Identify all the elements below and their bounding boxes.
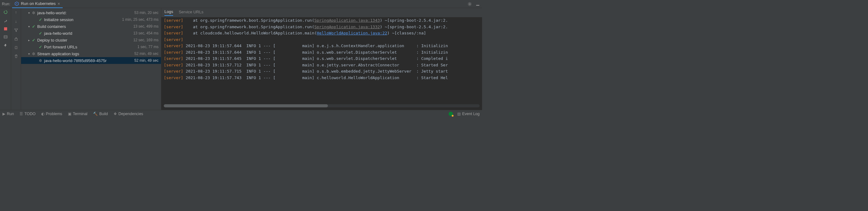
log-line: [server] 2021-08-23 19:11:57.743 INFO 1 … [164, 75, 479, 81]
chevron-icon[interactable]: ▾ [27, 52, 31, 56]
tree-row[interactable]: ✓java-hello-world13 sec, 454 ms [21, 30, 161, 37]
log-line: [server] at org.springframework.boot.Spr… [164, 24, 479, 30]
tree-row[interactable]: ▾✓Build containers13 sec, 499 ms [21, 23, 161, 30]
tree-node-timing: 53 min, 20 sec [132, 10, 158, 15]
svg-point-2 [469, 3, 470, 5]
spinner-icon: ✲ [38, 58, 43, 63]
export-icon[interactable] [14, 37, 18, 41]
gear-icon[interactable] [467, 2, 472, 6]
stacktrace-link[interactable]: SpringApplication.java:1343 [314, 18, 380, 24]
wrench-icon[interactable] [3, 19, 8, 23]
status-indicator[interactable] [448, 112, 453, 116]
svg-rect-9 [15, 46, 17, 47]
log-line: [server] 2021-08-23 19:11:57.715 INFO 1 … [164, 68, 479, 75]
tree-row[interactable]: ✓Port forward URLs1 sec, 77 ms [21, 43, 161, 50]
rerun-icon[interactable] [3, 10, 8, 14]
sync-orb-icon [448, 112, 453, 116]
chevron-icon[interactable]: ▸ [27, 38, 31, 42]
run-label: Run: [2, 2, 10, 6]
minimize-icon[interactable] [475, 2, 480, 6]
tree-node-timing: 12 sec, 169 ms [131, 38, 158, 42]
check-icon: ✓ [31, 24, 36, 29]
arrow-up-icon[interactable]: ↑ [15, 10, 17, 14]
hammer-icon: 🔨 [93, 112, 98, 116]
tree-node-label: java-hello-world-78f85d9569-4575r [44, 58, 107, 63]
spinner-icon: ✲ [31, 10, 36, 15]
main-area: ↑ ↓ ▾✲java-hello-world:53 min, 20 sec✓In… [0, 8, 482, 110]
log-output[interactable]: [server] at org.springframework.boot.Spr… [161, 18, 482, 103]
tree-node-label: java-hello-world: [37, 10, 67, 15]
primary-gutter [0, 8, 11, 110]
kubernetes-icon [14, 2, 19, 6]
tree-node-label: Initialize session [44, 18, 73, 22]
play-icon: ▶ [2, 112, 5, 116]
svg-point-1 [17, 3, 18, 4]
tab-title: Run on Kubernetes [21, 1, 56, 6]
tree-node-timing: 52 min, 49 sec [132, 52, 158, 56]
check-icon: ✓ [38, 31, 43, 36]
status-dependencies[interactable]: ❖ Dependencies [114, 112, 143, 116]
check-icon: ✓ [38, 18, 43, 22]
status-run[interactable]: ▶ Run [2, 112, 14, 116]
log-line: [server] 2021-08-23 19:11:57.644 INFO 1 … [164, 43, 479, 49]
tree-node-timing: 1 min, 25 sec, 473 ms [120, 18, 158, 22]
check-icon: ✓ [31, 38, 36, 42]
stacktrace-link[interactable]: SpringApplication.java:1332 [314, 24, 380, 30]
close-icon[interactable]: × [58, 1, 60, 6]
svg-rect-3 [476, 5, 479, 6]
log-line: [server] at cloudcode.helloworld.HelloWo… [164, 30, 479, 37]
check-icon: ✓ [38, 45, 43, 49]
stop-icon[interactable] [4, 27, 7, 30]
chevron-icon[interactable]: ▾ [27, 11, 31, 14]
horizontal-scrollbar[interactable] [164, 104, 479, 108]
log-panel: Logs Service URLs [server] at org.spring… [161, 8, 482, 110]
chevron-icon[interactable]: ▾ [27, 25, 31, 28]
warning-icon: ◐ [41, 112, 44, 116]
status-todo[interactable]: ☰ TODO [20, 112, 36, 116]
secondary-gutter: ↑ ↓ [11, 8, 21, 110]
event-log-icon: ▤ [457, 112, 461, 116]
tree-node-label: Port forward URLs [44, 45, 77, 49]
execution-tree: ▾✲java-hello-world:53 min, 20 sec✓Initia… [21, 8, 161, 110]
status-event-log[interactable]: ▤ Event Log [457, 112, 479, 116]
run-config-tab[interactable]: Run on Kubernetes × [12, 0, 62, 8]
tree-node-timing: 13 sec, 499 ms [131, 24, 158, 29]
status-terminal[interactable]: ▣ Terminal [68, 112, 88, 116]
tree-node-label: java-hello-world [44, 31, 72, 36]
terminal-icon: ▣ [68, 112, 71, 116]
status-bar: ▶ Run ☰ TODO ◐ Problems ▣ Terminal 🔨 Bui… [0, 110, 482, 117]
tree-node-timing: 1 sec, 77 ms [135, 45, 158, 49]
log-line: [server] 2021-08-23 19:11:57.645 INFO 1 … [164, 56, 479, 62]
tree-node-label: Build containers [37, 24, 66, 29]
list-icon: ☰ [20, 112, 23, 116]
log-line: [server] at org.springframework.boot.Spr… [164, 18, 479, 24]
spinner-icon: ✲ [31, 52, 36, 56]
stacktrace-link[interactable]: HelloWorldApplication.java:22 [317, 30, 387, 37]
tree-node-label: Stream application logs [37, 52, 79, 56]
filter-icon[interactable] [14, 28, 18, 32]
run-toolwindow-header: Run: Run on Kubernetes × [0, 0, 482, 8]
layers-icon: ❖ [114, 112, 117, 116]
tree-row[interactable]: ▾✲java-hello-world:53 min, 20 sec [21, 9, 161, 16]
tree-row[interactable]: ✓Initialize session1 min, 25 sec, 473 ms [21, 16, 161, 23]
trash-icon[interactable] [14, 54, 18, 58]
tree-node-timing: 52 min, 49 sec [132, 58, 158, 63]
tree-row[interactable]: ✲java-hello-world-78f85d9569-4575r52 min… [21, 57, 161, 64]
layout-icon[interactable] [3, 35, 8, 39]
pin-icon[interactable] [3, 43, 8, 48]
status-problems[interactable]: ◐ Problems [41, 112, 62, 116]
log-line: [server] 2021-08-23 19:11:57.712 INFO 1 … [164, 62, 479, 68]
arrow-down-icon[interactable]: ↓ [15, 19, 17, 24]
tree-row[interactable]: ▸✓Deploy to cluster12 sec, 169 ms [21, 37, 161, 43]
tree-node-label: Deploy to cluster [37, 38, 67, 42]
tab-service-urls[interactable]: Service URLs [179, 10, 203, 16]
log-line: [server] [164, 37, 479, 43]
tree-node-timing: 13 sec, 454 ms [131, 31, 158, 35]
log-line: [server] 2021-08-23 19:11:57.644 INFO 1 … [164, 49, 479, 56]
tree-row[interactable]: ▾✲Stream application logs52 min, 49 sec [21, 50, 161, 57]
tab-logs[interactable]: Logs [164, 9, 173, 16]
status-build[interactable]: 🔨 Build [93, 112, 108, 116]
log-tabs: Logs Service URLs [161, 8, 482, 18]
print-icon[interactable] [14, 45, 18, 50]
